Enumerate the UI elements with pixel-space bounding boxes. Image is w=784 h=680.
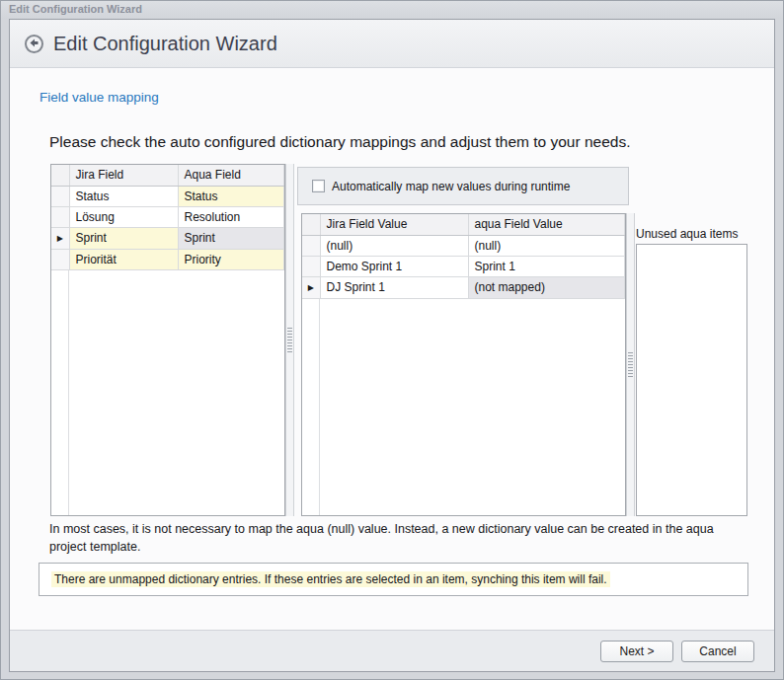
- auto-map-checkbox[interactable]: [312, 180, 325, 192]
- grid-cell[interactable]: Sprint: [69, 227, 178, 249]
- runtime-mapping-panel: Automatically map new values during runt…: [297, 167, 629, 205]
- table-row[interactable]: (null) (null): [302, 235, 625, 256]
- splitter-grip-icon: [287, 328, 292, 352]
- row-selector[interactable]: [51, 249, 69, 269]
- section-title: Field value mapping: [39, 90, 159, 105]
- wizard-footer: Next > Cancel: [10, 630, 774, 671]
- cancel-button[interactable]: Cancel: [681, 641, 754, 662]
- table-row[interactable]: ▶ DJ Sprint 1 (not mapped): [302, 276, 625, 298]
- wizard-window: Edit Configuration Wizard Edit Configura…: [0, 0, 784, 680]
- back-button[interactable]: [25, 35, 43, 53]
- arrow-left-icon: [29, 35, 39, 52]
- table-row[interactable]: ▶ Sprint Sprint: [51, 227, 284, 249]
- column-header-aqua-field[interactable]: Aqua Field: [178, 165, 284, 186]
- row-selector[interactable]: ▶: [302, 276, 320, 298]
- wizard-content: Field value mapping Please check the aut…: [10, 69, 774, 630]
- grid-cell[interactable]: Demo Sprint 1: [320, 256, 468, 276]
- grid-cell[interactable]: Lösung: [69, 206, 178, 227]
- splitter-grip-icon: [628, 352, 633, 377]
- grid-cell[interactable]: (null): [320, 235, 468, 256]
- row-selector-header: [302, 214, 320, 235]
- column-header-jira-field[interactable]: Jira Field: [69, 165, 178, 186]
- warning-box: There are unmapped dictionary entries. I…: [39, 563, 748, 596]
- grid-header-row: Jira Field Aqua Field: [51, 165, 284, 186]
- table-row[interactable]: Lösung Resolution: [51, 206, 284, 227]
- column-header-aqua-field-value[interactable]: aqua Field Value: [468, 214, 625, 235]
- current-row-marker-icon: ▶: [308, 283, 314, 292]
- field-mapping-grid[interactable]: Jira Field Aqua Field Status Status Lösu: [50, 164, 285, 516]
- current-row-marker-icon: ▶: [57, 234, 63, 243]
- unused-aqua-items-list[interactable]: [636, 244, 747, 516]
- grid-cell[interactable]: Status: [69, 186, 178, 206]
- grid-cell[interactable]: Resolution: [178, 206, 284, 227]
- grid-cell[interactable]: Sprint 1: [468, 256, 625, 276]
- grid-cell[interactable]: DJ Sprint 1: [320, 276, 468, 298]
- splitter-right[interactable]: [626, 213, 635, 516]
- page-title: Edit Configuration Wizard: [53, 33, 277, 55]
- grid-cell[interactable]: Status: [178, 186, 284, 206]
- table-row[interactable]: Status Status: [51, 186, 284, 206]
- next-button[interactable]: Next >: [600, 641, 673, 662]
- grid-cell[interactable]: (null): [468, 235, 625, 256]
- instruction-text: Please check the auto configured diction…: [49, 133, 631, 151]
- grid-cell[interactable]: Priority: [178, 249, 284, 269]
- titlebar[interactable]: Edit Configuration Wizard: [1, 1, 783, 19]
- null-mapping-note: In most cases, it is not necessary to ma…: [49, 520, 727, 556]
- wizard-dialog: Edit Configuration Wizard Field value ma…: [9, 19, 775, 672]
- row-selector[interactable]: [302, 235, 320, 256]
- table-row[interactable]: Priorität Priority: [51, 249, 284, 269]
- unused-aqua-items-label: Unused aqua items: [636, 227, 738, 241]
- row-selector[interactable]: [51, 206, 69, 227]
- titlebar-text: Edit Configuration Wizard: [9, 3, 142, 15]
- row-selector-header: [51, 165, 69, 186]
- value-mapping-grid[interactable]: Jira Field Value aqua Field Value (null)…: [301, 213, 626, 516]
- wizard-header: Edit Configuration Wizard: [10, 20, 774, 68]
- grid-cell[interactable]: Priorität: [69, 249, 178, 269]
- column-header-jira-field-value[interactable]: Jira Field Value: [320, 214, 468, 235]
- grid-cell[interactable]: Sprint: [178, 227, 284, 249]
- grid-cell[interactable]: (not mapped): [468, 276, 625, 298]
- splitter-left[interactable]: [285, 164, 294, 516]
- table-row[interactable]: Demo Sprint 1 Sprint 1: [302, 256, 625, 276]
- grid-header-row: Jira Field Value aqua Field Value: [302, 214, 625, 235]
- row-selector[interactable]: ▶: [51, 227, 69, 249]
- unmapped-warning-text: There are unmapped dictionary entries. I…: [51, 571, 610, 587]
- auto-map-checkbox-label[interactable]: Automatically map new values during runt…: [332, 180, 570, 193]
- row-selector[interactable]: [302, 256, 320, 276]
- row-selector[interactable]: [51, 186, 69, 206]
